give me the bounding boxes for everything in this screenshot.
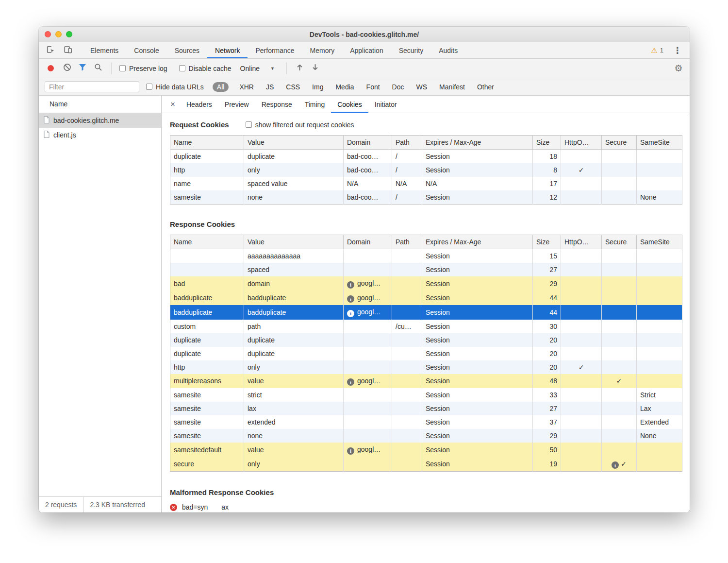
search-button[interactable] bbox=[93, 63, 103, 74]
detail-tab-headers[interactable]: Headers bbox=[180, 96, 218, 113]
cookie-row[interactable]: baddomainigoogl…Session29 bbox=[170, 276, 682, 291]
column-header-path[interactable]: Path bbox=[392, 136, 422, 150]
cookie-row[interactable]: duplicateduplicateSession20 bbox=[170, 333, 682, 347]
filter-pill-doc[interactable]: Doc bbox=[388, 82, 409, 92]
cookie-row[interactable]: duplicateduplicateSession20 bbox=[170, 347, 682, 360]
column-header-expires-max-age[interactable]: Expires / Max-Age bbox=[422, 136, 533, 150]
column-header-samesite[interactable]: SameSite bbox=[637, 136, 682, 150]
tab-console[interactable]: Console bbox=[126, 42, 166, 58]
inspect-element-button[interactable] bbox=[42, 42, 59, 58]
tab-application[interactable]: Application bbox=[342, 42, 391, 58]
cookie-cell-samesite bbox=[637, 347, 682, 360]
column-header-size[interactable]: Size bbox=[533, 235, 561, 249]
request-list-header[interactable]: Name bbox=[39, 96, 161, 113]
device-toolbar-button[interactable] bbox=[59, 42, 77, 58]
tab-security[interactable]: Security bbox=[391, 42, 431, 58]
cookie-row[interactable]: httponlySession20✓ bbox=[170, 360, 682, 374]
column-header-path[interactable]: Path bbox=[392, 235, 422, 249]
cookie-cell-domain: igoogl… bbox=[344, 443, 392, 457]
cookie-row[interactable]: samesitenonebad-coo…/Session12None bbox=[170, 190, 682, 205]
cookie-row[interactable]: spacedSession27 bbox=[170, 263, 682, 276]
detail-tab-response[interactable]: Response bbox=[255, 96, 298, 113]
filter-pill-js[interactable]: JS bbox=[262, 82, 278, 92]
tab-sources[interactable]: Sources bbox=[167, 42, 207, 58]
filter-input[interactable] bbox=[45, 81, 139, 92]
console-warning-indicator[interactable]: ⚠ 1 bbox=[648, 47, 666, 54]
disable-cache-checkbox[interactable]: Disable cache bbox=[179, 65, 232, 72]
column-header-expires-max-age[interactable]: Expires / Max-Age bbox=[422, 235, 533, 249]
column-header-secure[interactable]: Secure bbox=[602, 136, 637, 150]
cookie-row[interactable]: samesitelaxSession27Lax bbox=[170, 402, 682, 415]
filter-toggle-button[interactable] bbox=[77, 63, 88, 74]
settings-gear-icon[interactable]: ⚙ bbox=[673, 63, 684, 74]
tab-audits[interactable]: Audits bbox=[431, 42, 465, 58]
cell-text: 44 bbox=[549, 294, 557, 302]
cell-text: duplicate bbox=[174, 336, 201, 344]
column-header-secure[interactable]: Secure bbox=[602, 235, 637, 249]
column-header-value[interactable]: Value bbox=[244, 136, 344, 150]
request-row[interactable]: client.js bbox=[39, 128, 161, 142]
cookie-row[interactable]: samesitestrictSession33Strict bbox=[170, 388, 682, 402]
column-header-domain[interactable]: Domain bbox=[344, 235, 392, 249]
filter-pill-media[interactable]: Media bbox=[331, 82, 358, 92]
close-window-button[interactable] bbox=[45, 31, 51, 37]
filter-pill-manifest[interactable]: Manifest bbox=[435, 82, 469, 92]
clear-button[interactable] bbox=[62, 63, 72, 74]
filter-pill-img[interactable]: Img bbox=[308, 82, 328, 92]
column-header-httpo-[interactable]: HttpO… bbox=[561, 136, 602, 150]
detail-tab-cookies[interactable]: Cookies bbox=[331, 96, 368, 113]
cell-text: googl… bbox=[357, 279, 381, 287]
cookie-row[interactable]: aaaaaaaaaaaaaaSession15 bbox=[170, 249, 682, 263]
tab-performance[interactable]: Performance bbox=[248, 42, 302, 58]
cookie-row[interactable]: httponlybad-coo…/Session8✓ bbox=[170, 163, 682, 177]
column-header-httpo-[interactable]: HttpO… bbox=[561, 235, 602, 249]
filter-pill-all[interactable]: All bbox=[213, 82, 229, 92]
minimize-window-button[interactable] bbox=[55, 31, 62, 37]
cell-text: none bbox=[248, 432, 263, 440]
request-row[interactable]: bad-cookies.glitch.me bbox=[39, 113, 161, 128]
detail-tab-preview[interactable]: Preview bbox=[218, 96, 255, 113]
cookie-cell-samesite bbox=[637, 443, 682, 457]
show-filtered-cookies-checkbox[interactable]: show filtered out request cookies bbox=[246, 121, 354, 129]
detail-tab-timing[interactable]: Timing bbox=[298, 96, 331, 113]
preserve-log-checkbox[interactable]: Preserve log bbox=[119, 65, 167, 72]
cookie-row[interactable]: badduplicatebadduplicateigoogl…Session44 bbox=[170, 305, 682, 320]
inspect-cursor-icon bbox=[46, 45, 55, 56]
filter-pill-font[interactable]: Font bbox=[362, 82, 384, 92]
column-header-domain[interactable]: Domain bbox=[344, 136, 392, 150]
column-header-samesite[interactable]: SameSite bbox=[637, 235, 682, 249]
close-detail-button[interactable]: × bbox=[165, 96, 180, 113]
column-header-value[interactable]: Value bbox=[244, 235, 344, 249]
cookie-row[interactable]: secureonlySession19i✓ bbox=[170, 457, 682, 472]
cell-text: value bbox=[248, 446, 264, 454]
column-header-name[interactable]: Name bbox=[170, 136, 244, 150]
tab-network[interactable]: Network bbox=[207, 42, 248, 58]
detail-tab-initiator[interactable]: Initiator bbox=[368, 96, 403, 113]
cookie-row[interactable]: custompath/cu…Session30 bbox=[170, 320, 682, 333]
tab-elements[interactable]: Elements bbox=[83, 42, 126, 58]
export-har-button[interactable] bbox=[310, 63, 321, 74]
cookie-row[interactable]: samesitenoneSession29None bbox=[170, 429, 682, 443]
column-header-size[interactable]: Size bbox=[533, 136, 561, 150]
cookie-row[interactable]: samesiteextendedSession37Extended bbox=[170, 415, 682, 429]
filter-pill-xhr[interactable]: XHR bbox=[235, 82, 258, 92]
import-har-button[interactable] bbox=[295, 63, 305, 74]
filter-pill-css[interactable]: CSS bbox=[281, 82, 304, 92]
cookie-row[interactable]: samesitedefaultvalueigoogl…Session50 bbox=[170, 443, 682, 457]
throttling-dropdown[interactable]: Online ▼ bbox=[236, 64, 279, 73]
zoom-window-button[interactable] bbox=[66, 31, 72, 37]
filter-pill-other[interactable]: Other bbox=[473, 82, 498, 92]
filter-pill-ws[interactable]: WS bbox=[412, 82, 432, 92]
cookie-row[interactable]: multiplereasonsvalueigoogl…Session48✓ bbox=[170, 374, 682, 389]
tab-memory[interactable]: Memory bbox=[302, 42, 343, 58]
cookie-cell-httponly bbox=[561, 150, 602, 164]
cookie-row[interactable]: badduplicatebadduplicateigoogl…Session44 bbox=[170, 291, 682, 306]
more-options-button[interactable]: ⋮ bbox=[669, 45, 686, 56]
cookie-row[interactable]: namespaced valueN/AN/AN/A17 bbox=[170, 177, 682, 190]
cookie-row[interactable]: duplicateduplicatebad-coo…/Session18 bbox=[170, 150, 682, 164]
record-button[interactable] bbox=[48, 65, 54, 71]
column-header-name[interactable]: Name bbox=[170, 235, 244, 249]
cookie-cell-expires: Session bbox=[422, 388, 533, 402]
cookie-cell-size: 20 bbox=[533, 333, 561, 347]
hide-data-urls-checkbox[interactable]: Hide data URLs bbox=[146, 83, 204, 91]
